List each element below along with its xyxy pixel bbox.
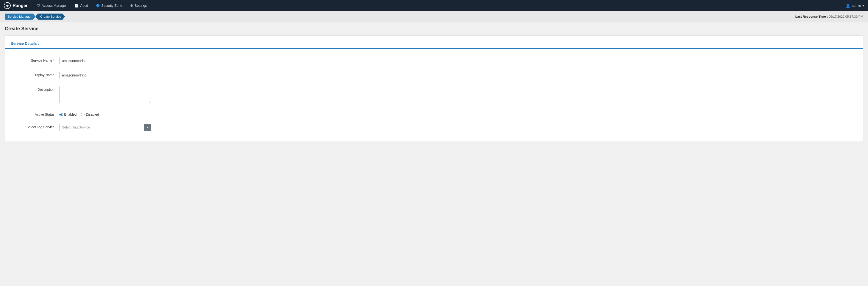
service-name-input[interactable] (59, 57, 151, 64)
nav-item-settings[interactable]: ⚙ Settings (127, 2, 150, 9)
nav-item-security-zone[interactable]: 🔷 Security Zone (92, 2, 125, 9)
last-response-value: 06/17/2022 05:17:39 PM (829, 15, 863, 19)
breadcrumb-create-service[interactable]: Create Service (35, 13, 65, 20)
display-name-input[interactable] (59, 72, 151, 79)
nav-label-security-zone: Security Zone (101, 4, 122, 7)
breadcrumb-service-manager[interactable]: Service Manager (5, 13, 35, 20)
top-nav: ⊕ Ranger 🛡 Access Manager 📄 Audit 🔷 Secu… (0, 0, 868, 11)
display-name-label: Display Name (11, 72, 59, 77)
breadcrumb: Service Manager Create Service (5, 13, 65, 20)
breadcrumb-bar: Service Manager Create Service Last Resp… (0, 11, 868, 22)
audit-icon: 📄 (74, 4, 79, 7)
display-name-row: Display Name (5, 69, 863, 81)
display-name-input-wrapper (59, 72, 151, 79)
description-input-wrapper (59, 86, 151, 104)
nav-item-access-manager[interactable]: 🛡 Access Manager (33, 2, 70, 9)
nav-label-access-manager: Access Manager (42, 4, 67, 7)
select-tag-service-row: Select Tag Service Select Tag Service ▾ (5, 121, 863, 133)
page-content: Create Service Service Details : Service… (0, 22, 868, 146)
brand-icon: ⊕ (4, 2, 11, 9)
service-name-label: Service Name * (11, 57, 59, 63)
service-name-row: Service Name * (5, 55, 863, 67)
radio-disabled-text: Disabled (86, 112, 99, 116)
required-marker: * (53, 59, 55, 63)
active-status-row: Active Status Enabled Disabled (5, 109, 863, 119)
shield-icon: 🛡 (37, 4, 40, 7)
user-menu[interactable]: 👤 admin ▾ (845, 3, 864, 8)
radio-disabled-label[interactable]: Disabled (81, 112, 99, 116)
radio-enabled-label[interactable]: Enabled (59, 112, 76, 116)
radio-disabled[interactable] (81, 113, 85, 116)
active-status-label: Active Status (11, 111, 59, 116)
section-header: Service Details : (5, 41, 863, 49)
radio-enabled-text: Enabled (64, 112, 76, 116)
select-tag-service-input-wrapper: Select Tag Service ▾ (59, 123, 151, 131)
nav-label-settings: Settings (135, 4, 147, 7)
security-zone-icon: 🔷 (96, 4, 100, 7)
radio-enabled[interactable] (59, 113, 63, 116)
active-status-input-wrapper: Enabled Disabled (59, 111, 151, 116)
select-tag-service-label: Select Tag Service (11, 123, 59, 129)
nav-item-audit[interactable]: 📄 Audit (71, 2, 91, 9)
page-title: Create Service (5, 26, 863, 31)
service-card: Service Details : Service Name * Display… (5, 35, 863, 142)
select-tag-service-wrapper: Select Tag Service ▾ (59, 123, 151, 131)
description-label: Description (11, 86, 59, 92)
nav-items: 🛡 Access Manager 📄 Audit 🔷 Security Zone… (33, 2, 845, 9)
last-response-label: Last Response Time : (795, 15, 828, 19)
brand-label: Ranger (12, 3, 28, 8)
user-icon: 👤 (845, 3, 850, 8)
last-response-time: Last Response Time : 06/17/2022 05:17:39… (795, 15, 863, 19)
user-label: admin (852, 4, 861, 7)
radio-group: Enabled Disabled (59, 111, 151, 116)
service-name-input-wrapper (59, 57, 151, 64)
user-dropdown-icon: ▾ (862, 4, 864, 7)
description-input[interactable] (59, 86, 151, 103)
nav-label-audit: Audit (80, 4, 88, 7)
brand-logo[interactable]: ⊕ Ranger (4, 2, 28, 9)
select-tag-service-input[interactable]: Select Tag Service (59, 123, 151, 131)
settings-icon: ⚙ (130, 4, 133, 7)
description-row: Description (5, 84, 863, 106)
